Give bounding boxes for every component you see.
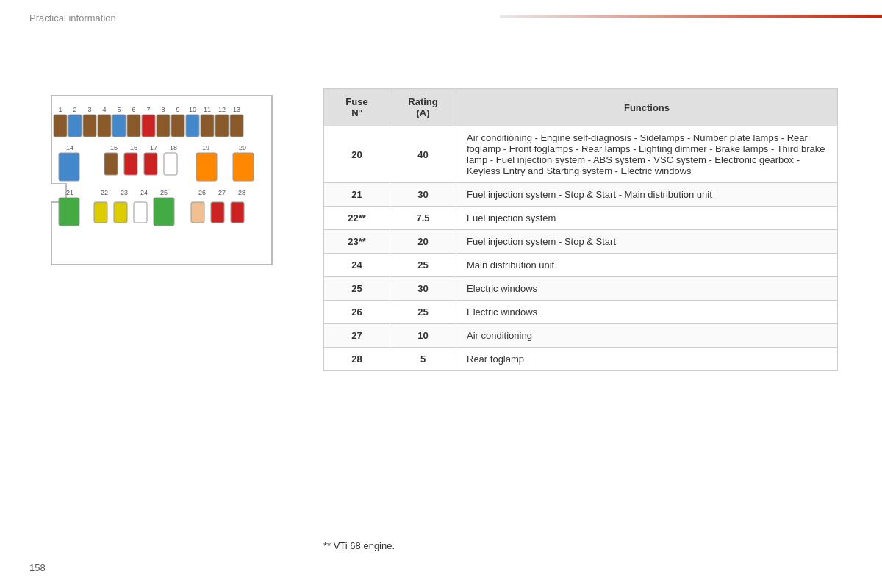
svg-rect-19	[142, 115, 155, 137]
svg-rect-53	[191, 202, 204, 223]
svg-text:5: 5	[117, 106, 121, 113]
svg-rect-13	[54, 115, 67, 137]
fuse-number: 27	[324, 324, 390, 348]
fuse-functions: Electric windows	[456, 301, 838, 324]
svg-rect-16	[98, 115, 111, 137]
svg-text:4: 4	[102, 106, 106, 113]
fuse-rating: 40	[390, 126, 456, 183]
table-row: 2625Electric windows	[324, 301, 838, 324]
svg-rect-14	[68, 115, 82, 137]
svg-text:10: 10	[189, 106, 196, 113]
footnote: ** VTi 68 engine.	[323, 540, 395, 551]
svg-text:3: 3	[87, 106, 91, 113]
svg-rect-52	[154, 198, 174, 226]
fuse-functions: Electric windows	[456, 277, 838, 301]
fuse-rating: 25	[390, 254, 456, 277]
svg-text:6: 6	[132, 106, 135, 113]
table-row: 2710Air conditioning	[324, 324, 838, 348]
fuse-functions: Rear foglamp	[456, 348, 838, 371]
svg-rect-21	[171, 115, 184, 137]
table-row: 2425Main distribution unit	[324, 254, 838, 277]
svg-text:28: 28	[238, 189, 245, 196]
svg-text:27: 27	[218, 189, 226, 196]
fuse-rating: 10	[390, 324, 456, 348]
fuse-number: 26	[324, 301, 390, 324]
svg-rect-37	[164, 153, 177, 175]
svg-text:19: 19	[202, 144, 209, 151]
svg-rect-49	[94, 202, 107, 223]
col-functions-header: Functions	[456, 89, 838, 126]
fuse-number: 28	[324, 348, 390, 371]
fuse-number: 25	[324, 277, 390, 301]
svg-text:12: 12	[218, 106, 226, 113]
svg-rect-38	[196, 153, 217, 181]
svg-rect-24	[215, 115, 229, 137]
fuse-diagram: 1 2 3 4 5 6 7 8 9 10 11 12 13	[44, 88, 294, 279]
svg-text:16: 16	[130, 144, 137, 151]
svg-rect-36	[144, 153, 157, 175]
fuse-rating: 7.5	[390, 207, 456, 230]
svg-text:23: 23	[121, 189, 128, 196]
table-row: 2130Fuel injection system - Stop & Start…	[324, 183, 838, 207]
svg-rect-17	[112, 115, 126, 137]
svg-text:20: 20	[239, 144, 246, 151]
svg-rect-34	[104, 153, 118, 175]
fuse-number: 21	[324, 183, 390, 207]
svg-rect-18	[127, 115, 140, 137]
fuse-functions: Fuel injection system - Stop & Start	[456, 230, 838, 254]
svg-text:26: 26	[198, 189, 206, 196]
fuse-table-wrapper: FuseN° Rating(A) Functions 2040Air condi…	[323, 88, 838, 371]
svg-text:14: 14	[66, 144, 74, 151]
fuse-functions: Fuel injection system - Stop & Start - M…	[456, 183, 838, 207]
page-number: 158	[29, 562, 46, 573]
table-row: 22**7.5Fuel injection system	[324, 207, 838, 230]
svg-text:15: 15	[110, 144, 118, 151]
fuse-number: 20	[324, 126, 390, 183]
svg-text:18: 18	[170, 144, 177, 151]
svg-text:25: 25	[160, 189, 168, 196]
svg-rect-33	[59, 153, 79, 181]
col-rating-header: Rating(A)	[390, 89, 456, 126]
header-line	[500, 15, 882, 18]
svg-text:9: 9	[176, 106, 179, 113]
fuse-number: 24	[324, 254, 390, 277]
svg-rect-15	[83, 115, 96, 137]
svg-text:13: 13	[233, 106, 240, 113]
fuse-number: 23**	[324, 230, 390, 254]
fuse-rating: 5	[390, 348, 456, 371]
fuse-functions: Air conditioning - Engine self-diagnosis…	[456, 126, 838, 183]
svg-rect-22	[186, 115, 199, 137]
svg-text:11: 11	[204, 106, 211, 113]
fuse-table: FuseN° Rating(A) Functions 2040Air condi…	[323, 88, 838, 371]
header-title: Practical information	[29, 12, 116, 24]
svg-rect-50	[114, 202, 127, 223]
svg-rect-25	[230, 115, 243, 137]
svg-text:24: 24	[140, 189, 148, 196]
svg-text:8: 8	[161, 106, 165, 113]
fuse-functions: Fuel injection system	[456, 207, 838, 230]
table-row: 23**20Fuel injection system - Stop & Sta…	[324, 230, 838, 254]
svg-rect-48	[59, 198, 79, 226]
table-row: 285Rear foglamp	[324, 348, 838, 371]
svg-text:1: 1	[58, 106, 62, 113]
fuse-number: 22**	[324, 207, 390, 230]
svg-rect-55	[231, 202, 244, 223]
fuse-rating: 30	[390, 277, 456, 301]
svg-rect-39	[233, 153, 254, 181]
svg-text:2: 2	[73, 106, 76, 113]
svg-rect-35	[124, 153, 137, 175]
fuse-rating: 20	[390, 230, 456, 254]
header: Practical information	[0, 0, 882, 35]
svg-text:7: 7	[146, 106, 150, 113]
table-row: 2530Electric windows	[324, 277, 838, 301]
fuse-functions: Main distribution unit	[456, 254, 838, 277]
fuse-functions: Air conditioning	[456, 324, 838, 348]
svg-text:22: 22	[101, 189, 108, 196]
fuse-rating: 25	[390, 301, 456, 324]
svg-rect-23	[201, 115, 214, 137]
svg-rect-54	[211, 202, 224, 223]
svg-rect-20	[157, 115, 170, 137]
svg-rect-51	[134, 202, 147, 223]
col-fuse-header: FuseN°	[324, 89, 390, 126]
fuse-rating: 30	[390, 183, 456, 207]
